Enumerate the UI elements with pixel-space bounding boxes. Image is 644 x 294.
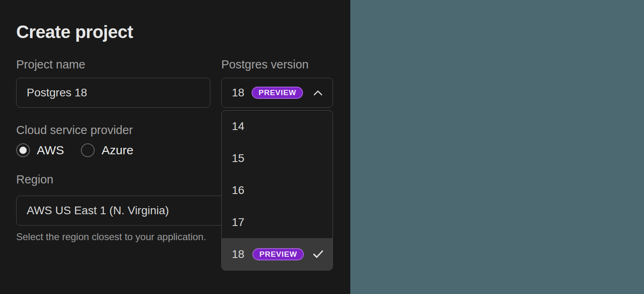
version-option-label: 14 <box>232 120 244 133</box>
page-title: Create project <box>16 21 133 43</box>
region-value: AWS US East 1 (N. Virginia) <box>27 204 169 217</box>
preview-badge: PREVIEW <box>252 87 303 99</box>
version-option-15[interactable]: 15 <box>222 143 333 175</box>
cloud-provider-label: Cloud service provider <box>16 123 133 137</box>
radio-option-label: AWS <box>37 143 64 157</box>
version-option-label: 15 <box>232 152 244 165</box>
cloud-provider-options: AWS Azure <box>16 143 150 157</box>
project-name-input[interactable] <box>16 78 210 108</box>
postgres-version-value: 18 <box>232 86 244 99</box>
version-option-label: 17 <box>232 216 244 229</box>
postgres-version-dropdown: 14 15 16 17 18 PREVIEW <box>221 110 333 271</box>
radio-option-aws[interactable]: AWS <box>16 143 64 157</box>
postgres-version-label: Postgres version <box>221 58 309 71</box>
version-option-14[interactable]: 14 <box>222 111 333 143</box>
create-project-panel: Create project Project name Postgres ver… <box>0 0 350 294</box>
region-help-text: Select the region closest to your applic… <box>16 231 227 243</box>
check-icon <box>313 250 324 258</box>
version-option-17[interactable]: 17 <box>222 206 333 238</box>
page: Create project Project name Postgres ver… <box>0 0 644 294</box>
radio-option-azure[interactable]: Azure <box>81 143 133 157</box>
postgres-version-select[interactable]: 18 PREVIEW <box>221 78 333 108</box>
version-option-18[interactable]: 18 PREVIEW <box>222 238 333 270</box>
project-name-label: Project name <box>16 58 85 71</box>
version-option-16[interactable]: 16 <box>222 175 333 207</box>
preview-badge: PREVIEW <box>252 248 304 260</box>
radio-unselected-icon <box>81 143 95 157</box>
region-label: Region <box>16 173 53 186</box>
radio-selected-icon <box>16 143 30 157</box>
chevron-up-icon <box>313 90 323 96</box>
radio-option-label: Azure <box>102 143 133 157</box>
version-option-label: 18 <box>232 248 244 261</box>
version-option-label: 16 <box>232 184 244 197</box>
